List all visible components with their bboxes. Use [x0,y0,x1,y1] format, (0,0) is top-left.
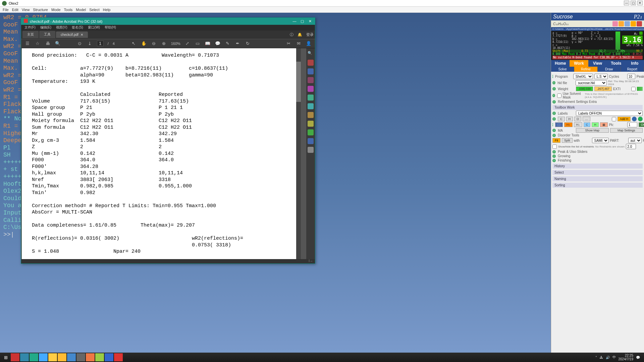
menu-edit[interactable]: Edit [12,8,18,12]
close-button[interactable]: ✕ [637,1,643,5]
zoom-in-icon[interactable]: ⊕ [161,41,167,47]
tool-6[interactable]: ▦ [600,122,608,127]
info-icon[interactable]: i [552,150,556,154]
method-select[interactable]: L.S. [594,74,608,79]
elem-more[interactable]: … [583,117,590,121]
ac-menu-sign[interactable]: 签名(S) [72,25,83,30]
ac-menu-view[interactable]: 视图(V) [56,25,67,30]
star-icon[interactable]: ☆ [35,41,41,47]
subtab-solve[interactable]: Solve [551,67,574,72]
menu-help[interactable]: Help [103,8,111,12]
acrobat-titlebar[interactable]: checkcif.pdf - Adobe Acrobat Pro DC (32-… [21,18,315,25]
rt-9[interactable] [308,129,314,135]
weight-b[interactable]: .267|.467 [594,86,611,91]
menu-view[interactable]: View [22,8,30,12]
info-icon[interactable]: i [552,112,556,115]
search-icon[interactable]: 🔍 [55,41,61,47]
rt-10[interactable] [308,138,314,144]
info-icon[interactable]: i [552,100,556,104]
start-button[interactable]: ⊞ [1,353,10,361]
page-up-icon[interactable]: ⊙ [77,41,83,47]
eq-input[interactable] [626,144,636,149]
hand-tool-icon[interactable]: ✋ [141,41,147,47]
ac-tab-tools[interactable]: 工具 [39,31,55,38]
tab-info[interactable]: Info [626,60,644,67]
bell-icon[interactable]: 🔔 [298,33,302,37]
tool-2[interactable]: H↕ [564,122,573,127]
help-icon[interactable]: ⓘ [290,32,293,37]
minimize-button[interactable]: — [624,1,629,5]
program-select[interactable]: ShelXL [573,74,593,79]
ac-tab-document[interactable]: checkcif.pdf ✕ [56,32,88,38]
info-icon[interactable]: i [552,117,556,121]
anis-icon[interactable] [638,117,643,121]
weight-a[interactable]: .038|.038 [576,86,593,91]
part-select[interactable]: auto [628,138,642,143]
page-input[interactable] [97,41,104,46]
save-icon[interactable]: ⤓ [87,41,93,47]
disorder-label[interactable]: Disorder Tools [558,133,579,137]
tb-app-12[interactable] [114,353,123,361]
menu-tools[interactable]: Tools [64,8,73,12]
share-icon[interactable]: 👤 [306,41,312,47]
ac-menu-window[interactable]: 窗口(W) [88,25,100,30]
cycles-input[interactable] [627,74,635,79]
read-mode-icon[interactable]: 📖 [205,41,211,47]
refset-label[interactable]: Refinement Settings Extra [558,100,597,104]
ac-minimize[interactable]: — [292,19,297,23]
tb-app-8[interactable] [76,353,85,361]
ac-maximize[interactable]: ▢ [300,19,305,23]
rt-6[interactable] [308,103,314,109]
tray-notif-icon[interactable]: 💬 [636,356,640,359]
close-tab-icon[interactable]: ✕ [80,33,83,37]
zoom-value[interactable]: 160% [171,42,180,46]
rt-8[interactable] [308,121,314,127]
tray-net-icon[interactable]: 🖧 [600,356,603,359]
exti-check[interactable] [631,87,636,91]
info-icon[interactable]: i [552,155,556,158]
tb-app-5[interactable] [48,353,57,361]
info-icon[interactable]: i [552,123,553,126]
tab-tools[interactable]: Tools [607,60,625,67]
fit-button[interactable]: Fit [552,138,560,143]
rt-7[interactable] [308,112,314,118]
sec-naming[interactable]: Naming [552,176,643,181]
sec-peaks[interactable]: Peak & Uiso Sliders [558,150,587,154]
labels-select[interactable]: Labels OFF/ON [576,111,643,116]
toolbox-header[interactable]: Toolbox Work [552,105,643,110]
rt-2[interactable] [308,68,314,74]
rt-11[interactable] [308,147,314,153]
tab-view[interactable]: View [588,60,607,67]
pk-input[interactable] [627,122,637,127]
edit-atoms-icon[interactable] [612,21,618,26]
same-select[interactable]: SAME [592,138,609,143]
tb-app-1[interactable] [11,353,19,361]
sec-finish[interactable]: Finishing [558,159,575,162]
rt-1[interactable] [308,60,314,66]
menu-mode[interactable]: Mode [51,8,61,12]
elem-o[interactable]: O [574,117,581,121]
menu-model[interactable]: Model [76,8,86,12]
tray-up-icon[interactable]: ˄ [595,356,597,359]
comment-icon[interactable]: 💬 [215,41,221,47]
elem-h[interactable]: H [566,117,573,121]
globe-icon[interactable] [632,117,637,121]
edit-icon[interactable]: ✂ [285,41,291,47]
tool-3[interactable]: H↓ [574,122,582,127]
mail-icon[interactable]: ✉ [296,41,302,47]
rt-3[interactable] [308,77,314,83]
menu-file[interactable]: File [3,8,9,12]
split-button[interactable]: Split [562,138,573,143]
ok-button[interactable]: OK [639,122,644,127]
tb-app-6[interactable] [58,353,66,361]
menu-select[interactable]: Select [89,8,100,12]
tab-home[interactable]: Home [551,60,570,67]
elem-c[interactable]: C [558,117,565,121]
info-icon[interactable]: i [552,75,553,78]
rt-4[interactable] [308,86,314,92]
sign-icon[interactable]: ✒ [235,41,241,47]
tray-vol-icon[interactable]: 🔊 [606,356,610,359]
show-map-button[interactable]: Show Map [576,128,609,133]
sec-select[interactable]: Select [552,170,643,175]
tb-app-2[interactable] [20,353,29,361]
